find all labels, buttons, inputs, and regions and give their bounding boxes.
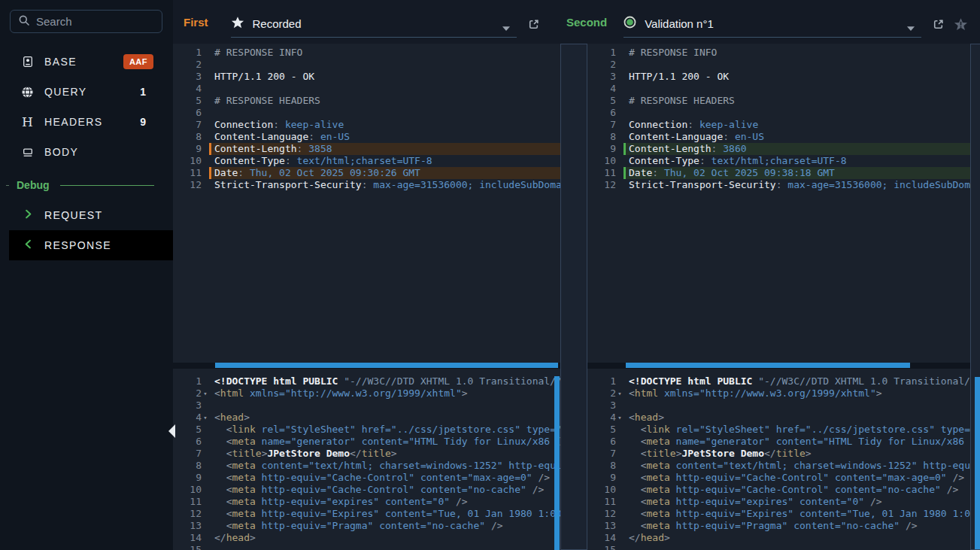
chevron-down-icon[interactable] xyxy=(502,21,511,27)
code-token: </ xyxy=(629,532,641,543)
fold-gutter xyxy=(202,544,209,550)
code-text: <meta name="generator" content="HTML Tid… xyxy=(623,436,970,448)
debug-nav: REQUESTRESPONSE xyxy=(0,200,173,260)
code-line: 1# RESPONSE INFO xyxy=(173,47,560,59)
line-number: 6 xyxy=(173,107,202,119)
fold-toggle-icon[interactable]: ▾ xyxy=(616,412,623,424)
first-body-editor[interactable]: 1<!DOCTYPE html PUBLIC "-//W3C//DTD XHTM… xyxy=(173,369,560,550)
diff-map-gutter[interactable] xyxy=(560,44,587,550)
code-line: 7 <title>JPetStore Demo</title> xyxy=(587,448,970,460)
code-token: head xyxy=(226,532,250,543)
body-icon xyxy=(21,146,34,159)
code-token: en-US xyxy=(729,131,764,142)
line-number: 5 xyxy=(587,424,616,436)
line-number: 10 xyxy=(587,484,616,496)
fold-gutter xyxy=(616,520,623,532)
code-token: < xyxy=(214,472,232,483)
code-token: < xyxy=(214,436,232,447)
second-headers-editor[interactable]: 1# RESPONSE INFO23HTTP/1.1 200 - OK45# R… xyxy=(587,44,970,363)
sidebar-item-response[interactable]: RESPONSE xyxy=(9,230,173,260)
code-text: HTTP/1.1 200 - OK xyxy=(209,71,560,83)
fold-gutter xyxy=(202,532,209,544)
code-token: > xyxy=(244,412,250,423)
line-number: 9 xyxy=(173,143,202,155)
status-badge: AAF xyxy=(123,54,153,69)
horizontal-scrollbar-thumb[interactable] xyxy=(626,363,910,368)
first-hscrollbar-track[interactable] xyxy=(173,363,560,369)
open-second-external-icon[interactable] xyxy=(930,17,945,32)
sidebar-item-label: REQUEST xyxy=(44,209,102,221)
code-token: </ xyxy=(350,448,362,459)
code-line: 13 <meta http-equiv="Pragma" content="no… xyxy=(173,520,560,532)
code-line: 8Content-Language: en-US xyxy=(173,131,560,143)
sidebar-item-headers[interactable]: HHEADERS9 xyxy=(0,107,173,137)
sidebar-item-query[interactable]: QUERY1 xyxy=(0,77,173,107)
code-token: # RESPONSE HEADERS xyxy=(629,95,735,106)
chevron-down-icon[interactable] xyxy=(906,21,915,27)
second-select[interactable]: Validation n°1 xyxy=(623,11,921,38)
first-headers-editor[interactable]: 1# RESPONSE INFO23HTTP/1.1 200 - OK45# R… xyxy=(173,44,560,363)
vertical-scrollbar-thumb[interactable] xyxy=(975,377,980,549)
code-text xyxy=(209,59,560,71)
code-token: meta xyxy=(646,472,669,483)
code-line: 1# RESPONSE INFO xyxy=(587,47,970,59)
code-token: title xyxy=(362,448,391,459)
fold-toggle-icon[interactable]: ▾ xyxy=(616,387,623,400)
sidebar-item-label: HEADERS xyxy=(44,116,102,128)
fold-gutter xyxy=(616,472,623,484)
code-text xyxy=(623,544,970,550)
fold-gutter xyxy=(202,119,209,131)
fold-gutter xyxy=(202,448,209,460)
code-token: keep-alive xyxy=(693,119,758,130)
code-text: <meta http-equiv="Cache-Control" content… xyxy=(623,484,970,496)
fold-toggle-icon[interactable]: ▾ xyxy=(202,387,209,400)
fold-gutter xyxy=(202,400,209,412)
line-number: 10 xyxy=(173,155,202,167)
code-token: meta xyxy=(646,436,669,447)
first-header: First Recorded xyxy=(173,0,560,44)
code-text xyxy=(623,59,970,71)
second-hscrollbar-track[interactable] xyxy=(587,363,970,369)
passport-icon xyxy=(21,56,34,68)
code-token: meta xyxy=(646,508,669,519)
line-number: 3 xyxy=(587,71,616,83)
search-box[interactable] xyxy=(10,10,162,33)
first-select[interactable]: Recorded xyxy=(231,11,517,38)
code-text: # RESPONSE HEADERS xyxy=(209,95,560,107)
line-number: 2 xyxy=(587,59,616,71)
fold-gutter xyxy=(616,375,623,387)
search-input[interactable] xyxy=(36,15,186,28)
open-first-external-icon[interactable] xyxy=(526,17,541,32)
code-token: Connection xyxy=(214,119,273,130)
code-token: /> xyxy=(456,496,468,507)
star-alert-icon[interactable] xyxy=(953,17,968,32)
code-token: xmlns="http://www.w3.org/1999/xhtml" xyxy=(658,387,876,399)
debug-section-divider: Debug xyxy=(0,170,173,200)
second-body-editor[interactable]: 1<!DOCTYPE html PUBLIC "-//W3C//DTD XHTM… xyxy=(587,369,970,550)
code-token: > xyxy=(658,412,664,423)
code-token: http-equiv="Cache-Control" content="max-… xyxy=(256,472,539,483)
sidebar-item-body[interactable]: BODY xyxy=(0,137,173,167)
fold-gutter xyxy=(616,448,623,460)
line-number: 8 xyxy=(173,460,202,472)
code-line: 4▾<head> xyxy=(173,412,560,424)
code-token: < xyxy=(214,508,232,519)
fold-toggle-icon[interactable]: ▾ xyxy=(202,412,209,424)
sidebar-item-base[interactable]: BASEAAF xyxy=(0,47,173,77)
vertical-scrollbar-thumb[interactable] xyxy=(554,376,560,550)
sidebar-item-label: QUERY xyxy=(44,86,87,98)
code-token: title xyxy=(776,448,806,459)
code-line: 9 <meta http-equiv="Cache-Control" conte… xyxy=(173,472,560,484)
right-scroll-gutter[interactable] xyxy=(970,44,980,550)
horizontal-scrollbar-thumb[interactable] xyxy=(215,363,558,368)
code-line: 7Connection: keep-alive xyxy=(587,119,970,131)
sidebar-collapse-handle[interactable] xyxy=(168,424,175,438)
fold-gutter xyxy=(202,83,209,95)
fold-gutter xyxy=(202,375,209,387)
globe-icon xyxy=(21,86,34,99)
sidebar-item-request[interactable]: REQUEST xyxy=(0,200,173,230)
code-line: 1<!DOCTYPE html PUBLIC "-//W3C//DTD XHTM… xyxy=(587,375,970,387)
line-number: 1 xyxy=(587,47,616,59)
code-token: : xyxy=(362,179,368,190)
fold-gutter xyxy=(616,532,623,544)
